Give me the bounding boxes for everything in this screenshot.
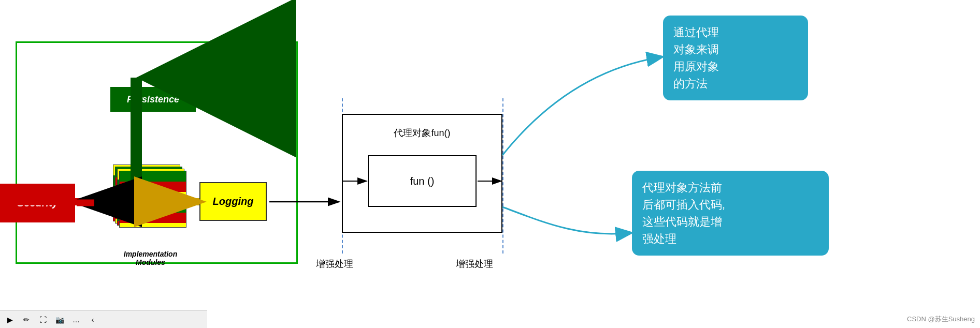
security-box: Security — [0, 184, 75, 222]
watermark: CSDN @苏生Susheng — [907, 315, 975, 324]
callout-bottom: 代理对象方法前 后都可插入代码, 这些代码就是增 强处理 — [632, 171, 829, 256]
camera-button[interactable]: 📷 — [54, 314, 65, 325]
proxy-title: 代理对象fun() — [342, 127, 502, 139]
persistence-box: Persistence — [110, 87, 196, 112]
expand-button[interactable]: ⛶ — [37, 314, 49, 325]
proxy-inner-label: fun () — [410, 175, 435, 187]
play-button[interactable]: ▶ — [4, 314, 16, 325]
impl-modules-label: Implementation Modules — [108, 250, 193, 266]
toolbar: ▶ ✏ ⛶ 📷 … ‹ — [0, 310, 207, 328]
callout-bottom-text: 代理对象方法前 后都可插入代码, 这些代码就是增 强处理 — [642, 181, 725, 245]
label-enhance-right: 增强处理 — [456, 258, 493, 270]
label-enhance-left: 增强处理 — [316, 258, 353, 270]
diagram-area: Persistence Implementation Modules — [0, 0, 980, 310]
persistence-label: Persistence — [127, 94, 179, 105]
stack-container — [113, 165, 188, 247]
pencil-button[interactable]: ✏ — [21, 314, 32, 325]
logging-box: Logging — [199, 182, 267, 221]
more-button[interactable]: … — [70, 314, 82, 325]
dashed-line-right — [502, 98, 503, 254]
left-diagram-box: Persistence Implementation Modules — [16, 41, 298, 264]
security-label: Security — [17, 197, 58, 209]
callout-top-text: 通过代理 对象来调 用原对象 的方法 — [673, 26, 719, 90]
proxy-inner-box: fun () — [368, 155, 477, 207]
callout-top: 通过代理 对象来调 用原对象 的方法 — [663, 16, 808, 100]
back-button[interactable]: ‹ — [87, 314, 98, 325]
logging-label: Logging — [213, 196, 254, 207]
stack-page-1 — [119, 171, 186, 228]
